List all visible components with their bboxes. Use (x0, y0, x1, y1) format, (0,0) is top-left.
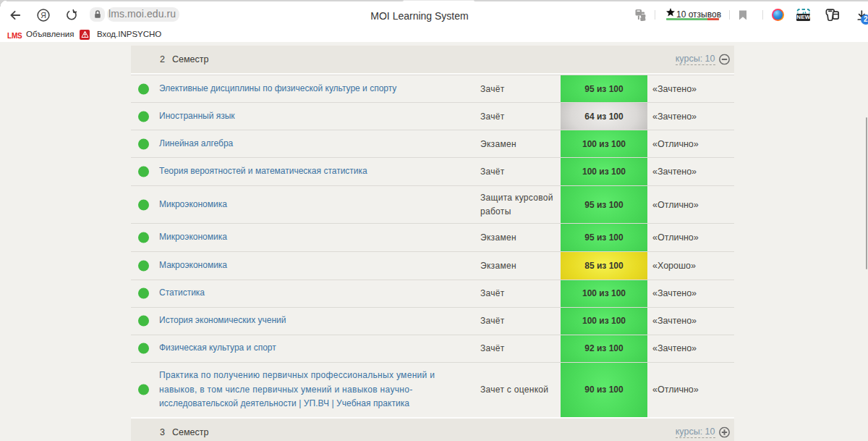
svg-text:Я: Я (41, 11, 46, 20)
